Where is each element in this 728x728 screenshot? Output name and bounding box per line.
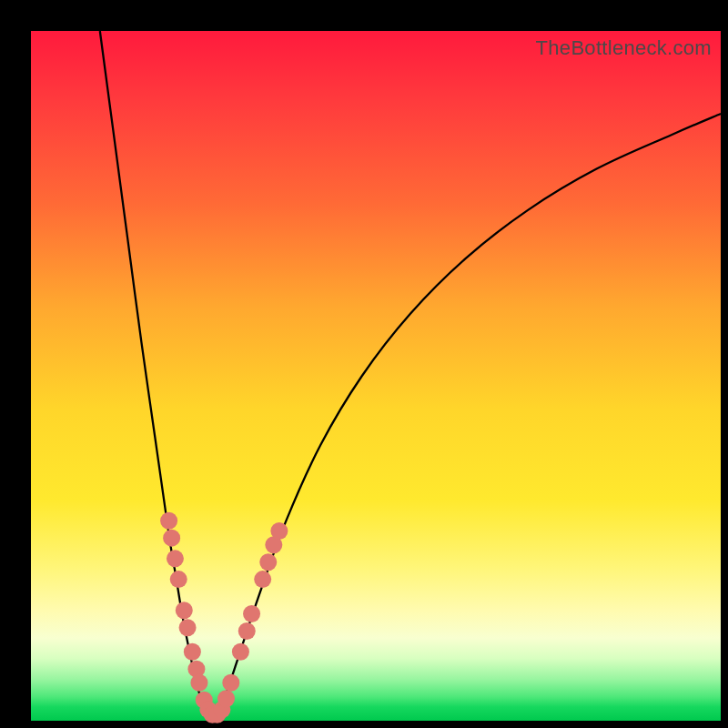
chart-frame: TheBottleneck.com [0, 0, 728, 728]
bead-marker [190, 674, 207, 692]
bead-marker [259, 553, 277, 571]
bead-marker [160, 512, 177, 530]
bead-marker [270, 522, 288, 540]
plot-area: TheBottleneck.com [31, 31, 721, 721]
bead-marker [170, 571, 187, 588]
bead-marker [163, 530, 180, 547]
bead-marker [184, 643, 201, 661]
bead-marker [243, 605, 260, 622]
bead-marker [167, 550, 184, 567]
bead-marker [222, 674, 239, 692]
bead-marker [238, 622, 256, 640]
bead-markers [160, 512, 288, 723]
bead-marker [232, 643, 249, 661]
curves-layer [31, 31, 721, 721]
bead-marker [217, 690, 235, 707]
bead-marker [176, 602, 193, 619]
left-curve [100, 31, 210, 717]
bead-marker [179, 619, 197, 636]
right-curve [217, 114, 721, 717]
bead-marker [254, 571, 271, 588]
